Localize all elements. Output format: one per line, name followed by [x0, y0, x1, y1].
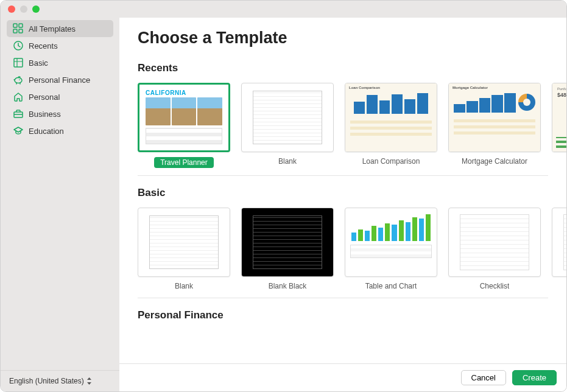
template-label: Checklist [480, 282, 510, 290]
clock-icon [13, 40, 24, 51]
titlebar [1, 1, 566, 18]
page-title: Choose a Template [138, 29, 566, 47]
template-thumbnail: CALIFORNIA [138, 83, 230, 152]
template-thumbnail [241, 208, 334, 277]
svg-rect-0 [13, 24, 17, 27]
sheet-icon [13, 57, 24, 68]
sidebar-item-label: Basic [29, 58, 48, 68]
sidebar: All TemplatesRecentsBasicPersonal Financ… [1, 18, 119, 391]
template-item[interactable]: Mortgage CalculatorMortgage Calculator [448, 83, 541, 168]
template-label: Loan Comparison [362, 157, 420, 166]
template-item[interactable]: CALIFORNIATravel Planner [138, 83, 230, 168]
template-thumbnail: Mortgage Calculator [448, 83, 541, 152]
sidebar-item-label: Recents [29, 41, 58, 51]
sidebar-item-label: All Templates [29, 24, 76, 33]
template-item[interactable]: Loan ComparisonLoan Comparison [345, 83, 437, 168]
template-thumbnail [138, 208, 230, 277]
template-label: Mortgage Calculator [462, 157, 527, 166]
sidebar-item-label: Personal [29, 93, 60, 102]
sidebar-item-personal-finance[interactable]: Personal Finance [7, 71, 113, 88]
template-thumbnail [241, 83, 334, 152]
section-title: Personal Finance [138, 309, 566, 321]
minimize-icon[interactable] [20, 5, 27, 13]
svg-rect-1 [19, 24, 23, 27]
template-thumbnail [448, 208, 541, 277]
piggy-icon [13, 74, 24, 85]
sidebar-item-personal[interactable]: Personal [7, 88, 113, 105]
sidebar-item-label: Business [29, 110, 61, 119]
sidebar-item-all-templates[interactable]: All Templates [7, 20, 113, 37]
template-thumbnail [345, 208, 437, 277]
sidebar-item-education[interactable]: Education [7, 122, 113, 139]
create-button[interactable]: Create [512, 370, 557, 385]
section-divider [138, 175, 548, 176]
template-item[interactable]: Portfolio$480,020.00My Sto [552, 83, 566, 168]
sidebar-list: All TemplatesRecentsBasicPersonal Financ… [1, 20, 119, 139]
sidebar-item-basic[interactable]: Basic [7, 54, 113, 71]
section-recents: RecentsCALIFORNIATravel PlannerBlankLoan… [138, 62, 566, 168]
language-label: English (United States) [9, 377, 84, 385]
template-label: Travel Planner [154, 157, 214, 168]
body: All TemplatesRecentsBasicPersonal Financ… [1, 18, 566, 391]
close-icon[interactable] [8, 5, 15, 13]
svg-point-7 [19, 79, 20, 80]
cancel-button[interactable]: Cancel [461, 370, 506, 385]
template-item[interactable]: Blank [241, 83, 334, 168]
template-item[interactable]: Blank [138, 208, 230, 290]
template-item[interactable]: Blank Black [241, 208, 334, 290]
template-label: Table and Chart [365, 282, 417, 290]
template-thumbnail [552, 208, 566, 277]
template-row: BlankBlank BlackTable and ChartChecklist… [138, 208, 566, 290]
maximize-icon[interactable] [32, 5, 40, 13]
svg-rect-3 [19, 29, 23, 33]
template-item[interactable]: Table and Chart [345, 208, 437, 290]
section-title: Recents [138, 62, 566, 74]
sidebar-item-recents[interactable]: Recents [7, 37, 113, 54]
section-personal-finance: Personal Finance [138, 309, 566, 330]
sidebar-item-label: Education [29, 127, 64, 136]
template-label: Blank [175, 282, 193, 290]
section-title: Basic [138, 187, 566, 199]
language-select[interactable]: English (United States) [9, 377, 111, 385]
template-chooser-window: All TemplatesRecentsBasicPersonal Financ… [0, 0, 567, 392]
grid-icon [13, 23, 24, 34]
sidebar-item-business[interactable]: Business [7, 105, 113, 122]
template-row: CALIFORNIATravel PlannerBlankLoan Compar… [138, 83, 566, 168]
updown-icon [86, 377, 92, 385]
template-label: Blank [278, 157, 297, 166]
svg-rect-5 [14, 58, 23, 67]
template-item[interactable]: Checklist [448, 208, 541, 290]
main: Choose a Template RecentsCALIFORNIATrave… [119, 18, 566, 391]
template-item[interactable]: Chec [552, 208, 566, 290]
svg-point-6 [15, 78, 22, 83]
grad-icon [13, 125, 24, 136]
sidebar-footer: English (United States) [1, 370, 119, 391]
section-divider [138, 298, 548, 298]
briefcase-icon [13, 108, 24, 119]
template-thumbnail: Portfolio$480,020.00 [552, 83, 566, 152]
template-thumbnail: Loan Comparison [345, 83, 437, 152]
template-label: Blank Black [269, 282, 307, 290]
home-icon [13, 91, 24, 102]
section-basic: BasicBlankBlank BlackTable and ChartChec… [138, 187, 566, 290]
content: Choose a Template RecentsCALIFORNIATrave… [119, 18, 566, 363]
svg-rect-2 [13, 29, 17, 33]
sidebar-item-label: Personal Finance [29, 75, 90, 85]
footer: Cancel Create [119, 363, 566, 391]
